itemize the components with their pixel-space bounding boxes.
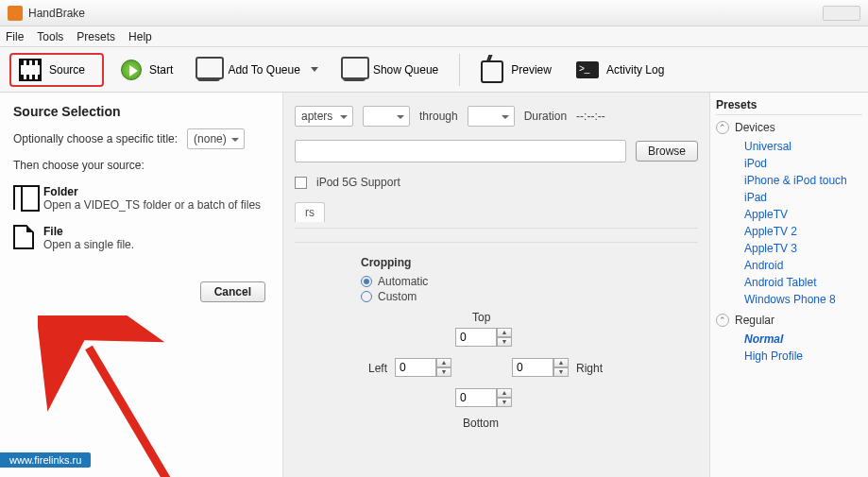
title-select[interactable]: (none) — [187, 128, 245, 149]
source-option-folder[interactable]: Folder Open a VIDEO_TS folder or a batch… — [13, 185, 269, 212]
chapter-from-select[interactable] — [363, 106, 410, 127]
add-queue-label: Add To Queue — [228, 63, 300, 77]
crop-right-label: Right — [576, 362, 603, 375]
collapse-icon: ⌃ — [716, 314, 729, 327]
radio-icon — [361, 276, 372, 287]
tab-partial[interactable]: rs — [295, 202, 325, 222]
source-option-file[interactable]: File Open a single file. — [13, 225, 269, 251]
duration-label: Duration — [524, 110, 567, 123]
queue-add-icon — [197, 59, 220, 81]
preset-group-regular[interactable]: ⌃Regular — [716, 314, 862, 327]
preset-group-devices[interactable]: ⌃Devices — [716, 121, 862, 134]
through-label: through — [419, 110, 458, 123]
specific-title-label: Optionally choose a specific title: — [13, 132, 178, 145]
show-queue-button[interactable]: Show Queue — [335, 53, 446, 87]
start-label: Start — [149, 63, 173, 77]
show-queue-label: Show Queue — [373, 63, 438, 77]
menu-help[interactable]: Help — [128, 30, 152, 43]
chapters-select[interactable]: apters — [295, 106, 353, 127]
collapse-icon: ⌃ — [716, 121, 729, 134]
cropping-section: Cropping Automatic Custom Top ▲▼ Left ▲▼… — [295, 242, 698, 443]
cancel-button[interactable]: Cancel — [200, 281, 265, 302]
preset-high-profile[interactable]: High Profile — [716, 348, 862, 365]
main-content: apters through Duration --:--:-- Browse … — [283, 93, 709, 477]
source-label: Source — [49, 63, 85, 77]
film-icon — [19, 59, 42, 81]
crop-auto-radio[interactable]: Automatic — [361, 275, 698, 288]
cropping-heading: Cropping — [361, 256, 698, 269]
preset-android[interactable]: Android — [716, 257, 862, 274]
duration-value: --:--:-- — [576, 110, 605, 123]
browse-button[interactable]: Browse — [636, 141, 698, 162]
start-button[interactable]: Start — [113, 54, 180, 86]
source-selection-heading: Source Selection — [13, 104, 269, 119]
tv-icon — [481, 60, 503, 83]
crop-left-spinner[interactable]: ▲▼ — [395, 358, 451, 377]
menu-file[interactable]: File — [6, 30, 24, 43]
presets-heading: Presets — [716, 98, 862, 115]
toolbar: Source Start Add To Queue Show Queue Pre… — [0, 47, 868, 93]
crop-bottom-spinner[interactable]: ▲▼ — [455, 388, 512, 407]
preset-appletv3[interactable]: AppleTV 3 — [716, 240, 862, 257]
crop-custom-radio[interactable]: Custom — [361, 290, 698, 303]
file-icon — [13, 225, 34, 249]
crop-right-spinner[interactable]: ▲▼ — [512, 358, 569, 377]
chapter-to-select[interactable] — [468, 106, 515, 127]
activity-log-button[interactable]: >_ Activity Log — [569, 56, 672, 84]
crop-left-label: Left — [368, 362, 387, 375]
preset-ipod[interactable]: iPod — [716, 155, 862, 172]
ipod-support-label: iPod 5G Support — [316, 176, 400, 189]
source-selection-panel: Source Selection Optionally choose a spe… — [0, 93, 283, 477]
preset-windows-phone8[interactable]: Windows Phone 8 — [716, 291, 862, 308]
crop-top-label: Top — [472, 311, 490, 324]
menubar: File Tools Presets Help — [0, 26, 868, 47]
preset-appletv2[interactable]: AppleTV 2 — [716, 223, 862, 240]
preset-normal[interactable]: Normal — [716, 331, 862, 348]
file-title: File — [43, 225, 63, 238]
activity-log-label: Activity Log — [606, 63, 664, 77]
toolbar-separator — [459, 54, 460, 86]
preset-universal[interactable]: Universal — [716, 138, 862, 155]
play-icon — [121, 60, 142, 80]
folder-title: Folder — [43, 185, 78, 198]
preset-ipad[interactable]: iPad — [716, 189, 862, 206]
preset-android-tablet[interactable]: Android Tablet — [716, 274, 862, 291]
queue-icon — [343, 59, 366, 81]
preset-iphone-ipod-touch[interactable]: iPhone & iPod touch — [716, 172, 862, 189]
preview-button[interactable]: Preview — [473, 51, 559, 89]
app-icon — [8, 6, 23, 21]
crop-bottom-label: Bottom — [463, 417, 499, 430]
terminal-icon: >_ — [576, 61, 599, 78]
preview-label: Preview — [511, 63, 552, 77]
destination-field[interactable] — [295, 140, 626, 162]
window-title: HandBrake — [28, 7, 85, 20]
preset-appletv[interactable]: AppleTV — [716, 206, 862, 223]
svg-line-0 — [89, 348, 198, 477]
watermark: www.firelinks.ru — [0, 452, 91, 468]
radio-icon — [361, 291, 372, 302]
file-desc: Open a single file. — [43, 238, 134, 251]
crop-top-spinner[interactable]: ▲▼ — [455, 328, 512, 347]
choose-source-label: Then choose your source: — [13, 159, 145, 172]
folder-icon — [13, 185, 34, 210]
folder-desc: Open a VIDEO_TS folder or a batch of fil… — [43, 198, 261, 212]
source-button[interactable]: Source — [9, 53, 104, 87]
menu-tools[interactable]: Tools — [37, 30, 63, 43]
menu-presets[interactable]: Presets — [77, 30, 115, 43]
presets-panel: Presets ⌃Devices Universal iPod iPhone &… — [709, 93, 868, 477]
titlebar: HandBrake — [0, 0, 868, 26]
add-to-queue-button[interactable]: Add To Queue — [190, 53, 326, 87]
window-controls[interactable] — [823, 6, 860, 21]
chevron-down-icon — [311, 67, 318, 72]
ipod-support-checkbox[interactable] — [295, 177, 307, 189]
